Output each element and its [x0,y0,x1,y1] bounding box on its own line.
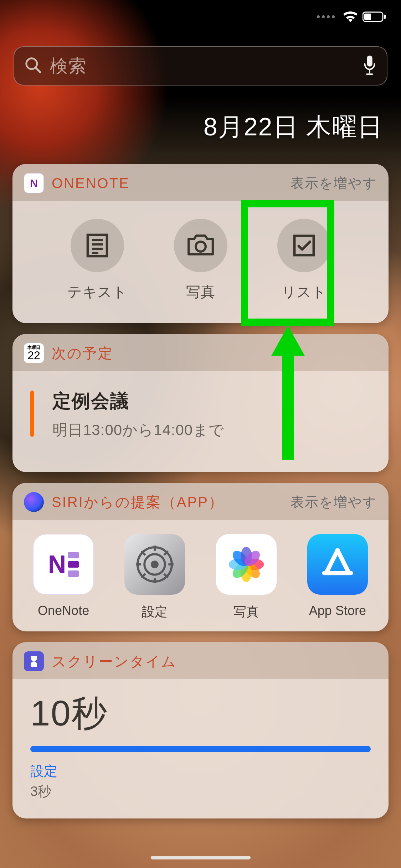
event-color-bar [30,391,34,437]
annotation-arrow-icon [267,326,309,460]
widget-onenote: N ONENOTE 表示を増やす テキスト 写真 リスト [12,164,389,323]
widget-onenote-title: ONENOTE [52,175,283,191]
text-note-icon [71,219,124,272]
wifi-icon [343,11,358,23]
calendar-icon-day: 22 [27,350,40,361]
onenote-app-icon: N [24,173,44,193]
search-icon [24,56,42,76]
svg-rect-14 [294,236,314,255]
svg-line-34 [327,550,338,570]
siri-app-settings[interactable]: 設定 [119,534,190,621]
siri-app-settings-label: 設定 [142,603,168,621]
widget-calendar-title: 次の予定 [52,343,377,363]
siri-app-appstore[interactable]: App Store [302,534,373,621]
screentime-top-time: 3秒 [30,782,371,801]
siri-icon [24,492,44,512]
search-placeholder: 検索 [50,54,355,78]
calendar-app-icon: 木曜日 22 [24,343,44,363]
screentime-total: 10秒 [30,690,371,738]
status-bar [317,11,387,23]
event-title: 定例会議 [52,389,374,414]
checklist-icon [277,219,331,272]
widget-siri-header: SIRIからの提案（APP） 表示を増やす [12,483,389,520]
svg-line-35 [338,550,348,570]
widgets-stack[interactable]: N ONENOTE 表示を増やす テキスト 写真 リスト 木曜日 22 次の予定 [12,164,389,854]
widget-screentime-title: スクリーンタイム [52,652,377,671]
screentime-app-icon [24,651,44,671]
widget-siri-apps: SIRIからの提案（APP） 表示を増やす N OneNote 設定 [12,483,389,631]
siri-app-photos-label: 写真 [233,603,259,621]
onenote-action-photo[interactable]: 写真 [161,219,240,302]
widget-siri-title: SIRIからの提案（APP） [52,492,283,512]
onenote-action-list-label: リスト [282,282,327,302]
today-date: 8月22日 木曜日 [204,110,383,144]
widget-screentime-header: スクリーンタイム [12,642,389,679]
siri-app-appstore-label: App Store [309,603,366,618]
appstore-tile-icon [307,534,368,595]
svg-point-25 [151,560,159,568]
svg-rect-5 [367,56,372,67]
event-time: 明日13:00から14:00まで [52,420,374,440]
onenote-action-list[interactable]: リスト [265,219,343,302]
svg-rect-1 [364,14,371,20]
microphone-icon[interactable] [363,55,377,77]
widget-calendar: 木曜日 22 次の予定 定例会議 明日13:00から14:00まで [12,334,389,472]
photos-tile-icon [216,534,277,595]
svg-point-13 [196,242,206,252]
camera-icon [174,219,227,272]
screentime-bar [30,746,371,752]
siri-app-onenote-label: OneNote [38,603,89,618]
home-indicator[interactable] [151,856,251,859]
cellular-dots-icon [317,15,335,18]
settings-tile-icon [124,534,185,595]
screentime-bar-fill [30,746,371,752]
screentime-body[interactable]: 10秒 設定 3秒 [12,679,389,818]
siri-app-photos[interactable]: 写真 [211,534,282,621]
onenote-action-text-label: テキスト [67,282,127,302]
widget-onenote-header: N ONENOTE 表示を増やす [12,164,389,201]
onenote-action-text[interactable]: テキスト [58,219,137,302]
onenote-action-photo-label: 写真 [186,282,215,302]
screentime-top-app: 設定 [30,762,371,780]
search-bar[interactable]: 検索 [14,46,387,86]
widget-onenote-showmore[interactable]: 表示を増やす [291,174,377,192]
widget-screentime: スクリーンタイム 10秒 設定 3秒 [12,642,389,818]
svg-rect-2 [384,15,386,19]
calendar-event[interactable]: 定例会議 明日13:00から14:00まで [12,371,389,472]
siri-app-onenote[interactable]: N OneNote [28,534,99,621]
battery-icon [363,11,387,22]
svg-line-4 [36,68,40,72]
widget-calendar-header: 木曜日 22 次の予定 [12,334,389,371]
onenote-tile-icon: N [33,534,94,595]
widget-siri-showmore[interactable]: 表示を増やす [291,493,377,511]
